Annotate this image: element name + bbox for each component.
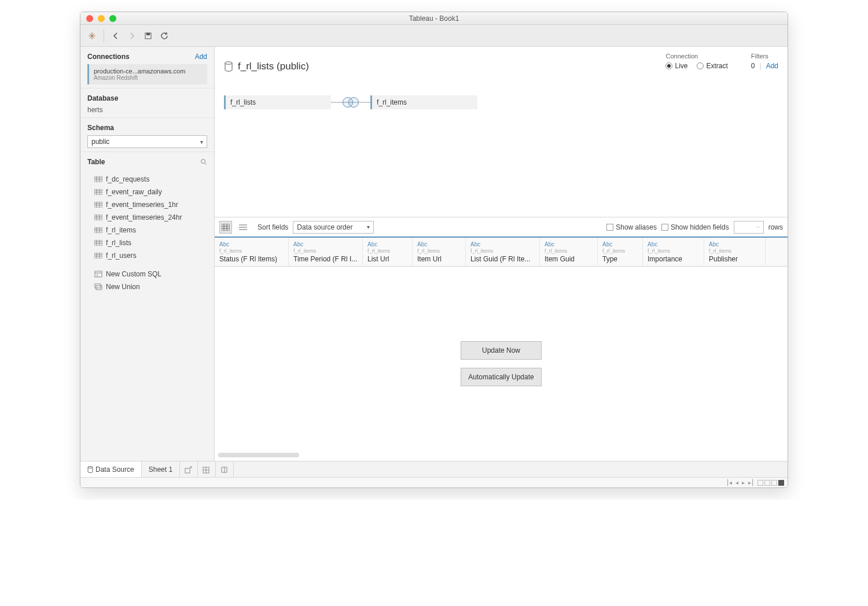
titlebar: Tableau - Book1 — [80, 12, 788, 25]
svg-rect-23 — [94, 215, 102, 220]
table-row[interactable]: f_dc_requests — [87, 173, 207, 186]
svg-point-48 — [225, 62, 232, 64]
grid-column-header[interactable]: Abcf_rl_itemsTime Period (F Rl I... — [289, 238, 363, 266]
sort-fields-label: Sort fields — [258, 223, 288, 231]
svg-rect-49 — [222, 224, 230, 231]
table-name: f_rl_lists — [106, 239, 131, 247]
show-hidden-checkbox[interactable]: Show hidden fields — [661, 223, 729, 231]
tab-data-source[interactable]: Data Source — [80, 461, 142, 477]
table-list: f_dc_requestsf_event_raw_dailyf_event_ti… — [87, 169, 207, 262]
new-dashboard-button[interactable] — [198, 461, 216, 477]
column-type: Abc — [470, 241, 535, 247]
search-icon[interactable] — [200, 158, 207, 165]
grid-column-header[interactable]: Abcf_rl_itemsType — [598, 238, 643, 266]
table-row[interactable]: f_rl_items — [87, 224, 207, 237]
back-button[interactable] — [109, 29, 123, 43]
auto-update-button[interactable]: Automatically Update — [461, 368, 542, 386]
filters-count: 0 — [751, 62, 755, 70]
table-row[interactable]: f_rl_users — [87, 249, 207, 262]
sort-fields-select[interactable]: Data source order — [293, 221, 374, 234]
table-row[interactable]: f_rl_lists — [87, 237, 207, 249]
svg-line-7 — [205, 163, 207, 165]
new-custom-sql[interactable]: New Custom SQL — [87, 268, 207, 280]
column-name: Status (F Rl Items) — [219, 255, 284, 263]
sql-icon — [94, 271, 102, 278]
save-button[interactable] — [141, 29, 155, 43]
refresh-button[interactable] — [157, 29, 171, 43]
list-view-button[interactable] — [237, 221, 249, 234]
minimize-icon[interactable] — [98, 15, 105, 22]
new-union[interactable]: New Union — [87, 280, 207, 293]
connection-name: production-ce...amazonaws.com — [94, 68, 203, 75]
column-source: f_rl_items — [470, 248, 535, 254]
forward-button[interactable] — [125, 29, 139, 43]
rows-label: rows — [768, 223, 783, 231]
column-type: Abc — [219, 241, 284, 247]
datasource-meta: Connection Live Extract Filters 0 | Add — [665, 53, 778, 70]
join-left-label: f_rl_lists — [230, 98, 256, 106]
join-connector[interactable] — [331, 102, 370, 103]
table-icon — [94, 215, 102, 220]
nav-next-icon[interactable]: ▸ — [742, 479, 745, 486]
table-name: f_dc_requests — [106, 175, 149, 183]
schema-select[interactable]: public ▾ — [87, 135, 207, 148]
new-story-button[interactable] — [216, 461, 234, 477]
join-canvas[interactable]: f_rl_lists f_rl_items — [215, 72, 788, 217]
nav-first-icon[interactable]: ⎮◂ — [726, 479, 732, 486]
bottom-tabbar: Data Source Sheet 1 — [80, 461, 788, 477]
new-union-label: New Union — [106, 283, 140, 291]
window-title: Tableau - Book1 — [80, 14, 788, 23]
nav-prev-icon[interactable]: ◂ — [735, 479, 738, 486]
connection-item[interactable]: production-ce...amazonaws.com Amazon Red… — [87, 64, 207, 84]
nav-last-icon[interactable]: ▸⎮ — [748, 479, 754, 486]
show-aliases-checkbox[interactable]: Show aliases — [606, 223, 657, 231]
svg-point-57 — [88, 466, 93, 468]
radio-live[interactable]: Live — [665, 62, 687, 70]
grid-column-header[interactable]: Abcf_rl_itemsStatus (F Rl Items) — [215, 238, 289, 266]
maximize-icon[interactable] — [109, 15, 116, 22]
show-aliases-label: Show aliases — [616, 223, 657, 231]
traffic-lights — [80, 15, 116, 22]
datasource-title[interactable]: f_rl_lists (public) — [238, 61, 309, 72]
table-section: Table f_dc_requestsf_event_raw_dailyf_ev… — [80, 152, 214, 461]
column-source: f_rl_items — [602, 248, 638, 254]
add-filter-link[interactable]: Add — [766, 62, 778, 70]
add-connection-link[interactable]: Add — [195, 53, 207, 61]
new-worksheet-button[interactable] — [180, 461, 198, 477]
update-now-button[interactable]: Update Now — [461, 341, 542, 360]
table-name: f_event_timeseries_1hr — [106, 201, 178, 209]
grid-column-header[interactable]: Abcf_rl_itemsImportance — [643, 238, 704, 266]
column-type: Abc — [709, 241, 760, 247]
new-custom-sql-label: New Custom SQL — [106, 270, 161, 278]
table-label: Table — [87, 158, 105, 166]
join-table-right[interactable]: f_rl_items — [370, 95, 477, 109]
connections-label: Connections — [87, 53, 130, 61]
grid-view-button[interactable] — [219, 221, 232, 234]
table-row[interactable]: f_event_timeseries_1hr — [87, 198, 207, 211]
table-name: f_event_raw_daily — [106, 188, 162, 196]
join-table-left[interactable]: f_rl_lists — [224, 95, 331, 109]
tableau-logo-icon[interactable] — [85, 29, 99, 43]
radio-extract[interactable]: Extract — [697, 62, 727, 70]
column-type: Abc — [293, 241, 358, 247]
grid-column-header[interactable]: Abcf_rl_itemsItem Guid — [540, 238, 598, 266]
tab-sheet1[interactable]: Sheet 1 — [142, 461, 180, 477]
column-name: Time Period (F Rl I... — [293, 255, 358, 263]
table-icon — [94, 240, 102, 246]
rows-input[interactable] — [734, 221, 764, 234]
tab-sheet1-label: Sheet 1 — [149, 465, 172, 474]
column-type: Abc — [417, 241, 461, 247]
statusbar: ⎮◂ ◂ ▸ ▸⎮ — [80, 477, 788, 487]
grid-column-header[interactable]: Abcf_rl_itemsList Guid (F Rl Ite... — [466, 238, 540, 266]
view-icons[interactable] — [757, 480, 784, 486]
svg-rect-58 — [185, 468, 190, 473]
column-type: Abc — [602, 241, 638, 247]
table-row[interactable]: f_event_raw_daily — [87, 186, 207, 198]
table-row[interactable]: f_event_timeseries_24hr — [87, 211, 207, 224]
close-icon[interactable] — [86, 15, 93, 22]
grid-column-header[interactable]: Abcf_rl_itemsItem Url — [413, 238, 466, 266]
grid-column-header[interactable]: Abcf_rl_itemsList Url — [363, 238, 413, 266]
database-label: Database — [87, 94, 118, 102]
horizontal-scrollbar[interactable] — [218, 453, 299, 457]
grid-column-header[interactable]: Abcf_rl_itemsPublisher — [704, 238, 766, 266]
